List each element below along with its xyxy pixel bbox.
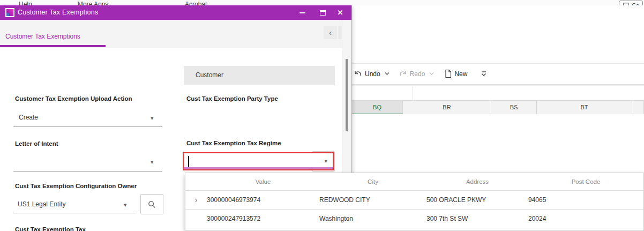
caret-down-icon: ▾ bbox=[151, 115, 154, 122]
close-icon: ✕ bbox=[338, 9, 343, 17]
undo-button[interactable]: Undo bbox=[353, 69, 390, 79]
redo-button[interactable]: Redo bbox=[398, 69, 435, 79]
letter-of-intent-label: Letter of Intent bbox=[15, 140, 58, 147]
maximize-button[interactable] bbox=[316, 5, 330, 20]
tab-customer-tax-exemptions[interactable]: Customer Tax Exemptions bbox=[5, 33, 80, 40]
upload-action-value: Create bbox=[19, 114, 38, 121]
party-type-readonly-field: Customer bbox=[184, 66, 335, 85]
lookup-header-value: Value bbox=[207, 173, 319, 191]
undo-label: Undo bbox=[365, 70, 380, 78]
lookup-header-postcode: Post Code bbox=[528, 173, 643, 191]
caret-down-icon: ▾ bbox=[324, 158, 327, 165]
redo-icon bbox=[398, 69, 408, 79]
undo-icon bbox=[353, 69, 363, 79]
search-icon bbox=[147, 200, 156, 209]
dialog-scrollbar-thumb[interactable] bbox=[346, 59, 348, 131]
comments-button[interactable]: Co bbox=[619, 1, 643, 5]
new-document-icon bbox=[444, 69, 452, 78]
field-underline bbox=[13, 213, 136, 213]
column-header-bs[interactable]: BS bbox=[491, 101, 537, 115]
lookup-row-1-address[interactable]: 500 ORACLE PKWY bbox=[426, 191, 528, 210]
party-type-value: Customer bbox=[196, 66, 223, 85]
lookup-row-1-postcode[interactable]: 94065 bbox=[528, 191, 643, 210]
caret-down-icon: ▾ bbox=[151, 159, 154, 166]
quick-access-toolbar: Undo Redo New bbox=[353, 63, 488, 84]
party-type-label: Cust Tax Exemption Party Type bbox=[186, 95, 278, 102]
lookup-row-1-value[interactable]: 300000046973974 bbox=[207, 191, 319, 210]
column-header-spacer bbox=[632, 101, 644, 115]
ribbon-menu-strip: Help More Apps Acrobat Co bbox=[0, 0, 644, 5]
lookup-row-2-value[interactable]: 300000247913572 bbox=[207, 210, 319, 228]
tax-label: Cust Tax Exemption Tax bbox=[15, 226, 86, 231]
maximize-icon bbox=[320, 10, 326, 16]
new-label: New bbox=[454, 70, 467, 78]
menu-item-help[interactable]: Help bbox=[19, 1, 32, 5]
name-box-separator bbox=[413, 86, 413, 100]
column-header-bq[interactable]: BQ bbox=[352, 101, 403, 115]
dialog-title: Customer Tax Exemptions bbox=[18, 5, 98, 20]
lookup-row-2-city[interactable]: Washington bbox=[319, 210, 426, 228]
config-owner-value: US1 Legal Entity bbox=[18, 200, 65, 208]
lookup-header-address: Address bbox=[426, 173, 528, 191]
focus-underline bbox=[184, 167, 333, 169]
config-owner-search-button[interactable] bbox=[140, 194, 163, 214]
toolbar-divider-band bbox=[352, 84, 644, 86]
new-button[interactable]: New bbox=[444, 69, 467, 78]
field-underline bbox=[13, 126, 162, 127]
qat-overflow-icon[interactable] bbox=[480, 70, 488, 77]
chevron-left-icon: ‹ bbox=[329, 28, 332, 37]
config-owner-id-combobox[interactable]: ▾ bbox=[183, 152, 334, 170]
minimize-button[interactable] bbox=[295, 5, 309, 20]
text-cursor bbox=[188, 156, 189, 167]
caret-down-icon: ▾ bbox=[124, 202, 127, 208]
dialog-tabstrip: Customer Tax Exemptions ‹ › bbox=[0, 20, 351, 48]
nav-prev-button[interactable]: ‹ bbox=[324, 26, 337, 39]
lookup-header-city: City bbox=[319, 173, 426, 191]
menu-item-moreapps[interactable]: More Apps bbox=[78, 1, 108, 5]
row-expander-icon[interactable] bbox=[185, 210, 207, 228]
upload-action-label: Customer Tax Exemption Upload Action bbox=[15, 95, 132, 102]
config-owner-label: Cust Tax Exemption Configuration Owner bbox=[15, 183, 137, 189]
lookup-row-2-postcode[interactable]: 20024 bbox=[528, 210, 643, 228]
tax-regime-label: Cust Tax Exemption Tax Regime bbox=[186, 140, 281, 146]
dialog-titlebar[interactable]: Customer Tax Exemptions ✕ bbox=[0, 5, 351, 20]
field-underline bbox=[13, 171, 162, 172]
app-logo-icon bbox=[5, 8, 14, 17]
close-button[interactable]: ✕ bbox=[333, 5, 347, 20]
redo-label: Redo bbox=[410, 70, 425, 78]
row-expander-icon[interactable]: › bbox=[185, 191, 207, 210]
config-owner-id-lookup-dropdown: Value City Address Post Code › 300000046… bbox=[185, 173, 644, 231]
lookup-row-1-city[interactable]: REDWOOD CITY bbox=[319, 191, 426, 210]
minimize-icon bbox=[299, 12, 305, 13]
excel-column-headers: BQ BR BS BT bbox=[352, 100, 644, 114]
redo-chevron-icon bbox=[429, 72, 434, 76]
column-header-bt[interactable]: BT bbox=[537, 101, 632, 115]
undo-chevron-icon[interactable] bbox=[385, 72, 390, 76]
menu-item-acrobat[interactable]: Acrobat bbox=[185, 1, 207, 5]
column-header-br[interactable]: BR bbox=[403, 101, 491, 115]
lookup-header-expander bbox=[185, 173, 207, 191]
tab-active-underline bbox=[0, 45, 106, 47]
lookup-row-2-address[interactable]: 300 7th St SW bbox=[426, 210, 528, 228]
